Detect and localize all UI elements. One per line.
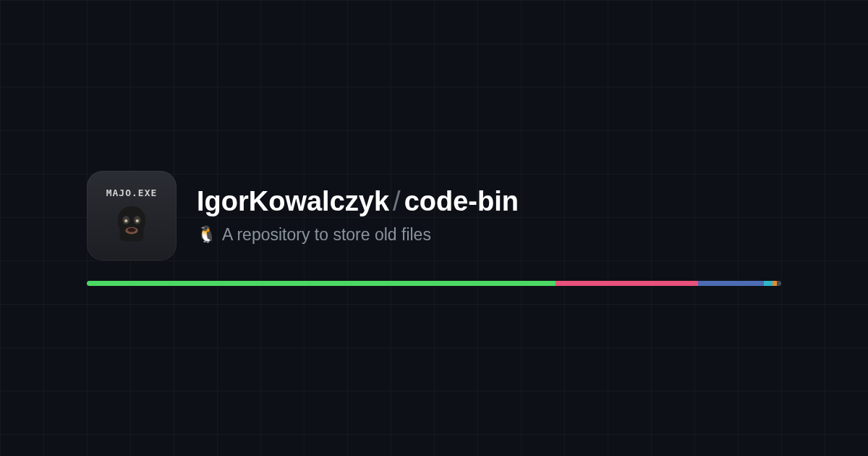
avatar-label: MAJO.EXE	[106, 187, 158, 198]
language-segment	[777, 281, 781, 286]
description-text: A repository to store old files	[222, 225, 431, 245]
avatar: MAJO.EXE	[87, 171, 176, 261]
repo-name: code-bin	[404, 187, 519, 215]
svg-point-2	[124, 219, 127, 222]
language-segment	[773, 281, 778, 286]
svg-point-3	[136, 219, 139, 222]
language-segment	[698, 281, 764, 286]
card-content: MAJO.EXE IgorKowalczyk / code-bin 🐧 A re…	[87, 171, 781, 286]
avatar-face-icon	[111, 203, 153, 245]
title-block: IgorKowalczyk / code-bin 🐧 A repository …	[197, 187, 519, 245]
header-row: MAJO.EXE IgorKowalczyk / code-bin 🐧 A re…	[87, 171, 781, 261]
language-segment	[87, 281, 556, 286]
language-bar	[87, 281, 781, 286]
repo-slash: /	[393, 187, 401, 215]
svg-point-5	[127, 227, 136, 232]
language-segment	[764, 281, 773, 286]
repo-description: 🐧 A repository to store old files	[197, 225, 519, 245]
penguin-icon: 🐧	[197, 225, 216, 244]
language-segment	[556, 281, 698, 286]
repo-owner: IgorKowalczyk	[197, 187, 389, 215]
repo-title: IgorKowalczyk / code-bin	[197, 187, 519, 215]
